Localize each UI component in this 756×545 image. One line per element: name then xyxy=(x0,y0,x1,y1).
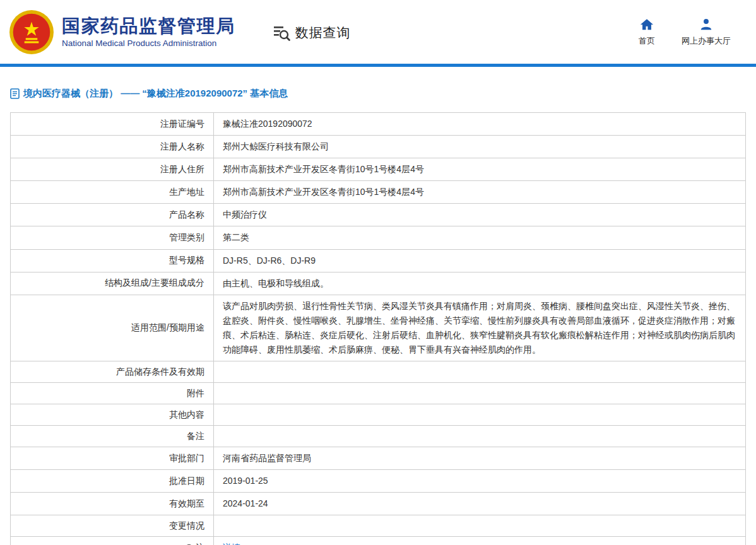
row-label: 变更情况 xyxy=(11,515,214,536)
row-label: 产品名称 xyxy=(11,204,214,226)
row-value: 详情 xyxy=(214,537,745,545)
row-label: 有效期至 xyxy=(11,493,214,515)
table-row: 生产地址郑州市高新技术产业开发区冬青街10号1号楼4层4号 xyxy=(11,180,745,203)
org-title-block: 国家药品监督管理局 National Medical Products Admi… xyxy=(62,16,235,48)
row-label: 备注 xyxy=(11,426,214,447)
row-label: 产品储存条件及有效期 xyxy=(11,361,214,382)
row-label: 适用范围/预期用途 xyxy=(11,295,214,361)
row-value: 豫械注准20192090072 xyxy=(214,113,745,135)
org-name-en: National Medical Products Administration xyxy=(62,38,235,48)
row-value: 河南省药品监督管理局 xyxy=(214,447,745,469)
table-row: 审批部门河南省药品监督管理局 xyxy=(11,447,745,469)
row-label: 审批部门 xyxy=(11,447,214,469)
nav-service-hall[interactable]: 网上办事大厅 xyxy=(682,18,731,47)
national-emblem xyxy=(9,9,54,55)
breadcrumb: 境内医疗器械（注册） —— “豫械注准20192090072” 基本信息 xyxy=(10,88,746,100)
table-row: 备注 xyxy=(11,425,745,447)
table-row: 注册人住所郑州市高新技术产业开发区冬青街10号1号楼4层4号 xyxy=(11,158,745,180)
row-value xyxy=(214,515,745,536)
row-label: 注册人住所 xyxy=(11,158,214,180)
table-row: 其他内容 xyxy=(11,404,745,425)
row-label: 生产地址 xyxy=(11,181,214,203)
header-divider xyxy=(0,64,756,67)
document-search-icon xyxy=(272,23,291,42)
row-value: 郑州市高新技术产业开发区冬青街10号1号楼4层4号 xyxy=(214,158,745,180)
site-header: 国家药品监督管理局 National Medical Products Admi… xyxy=(0,0,756,64)
content: 境内医疗器械（注册） —— “豫械注准20192090072” 基本信息 注册证… xyxy=(0,88,756,545)
row-value: DJ-R5、DJ-R6、DJ-R9 xyxy=(214,250,745,272)
table-row: 结构及组成/主要组成成分由主机、电极和导线组成。 xyxy=(11,272,745,295)
row-value: 中频治疗仪 xyxy=(214,204,745,226)
table-row: 注册人名称郑州大鲸医疗科技有限公司 xyxy=(11,135,745,158)
table-row: 附件 xyxy=(11,382,745,404)
document-icon xyxy=(10,88,20,99)
row-label: 批准日期 xyxy=(11,470,214,492)
nav-home-label: 首页 xyxy=(639,35,655,47)
row-value: 该产品对肌肉劳损、退行性骨性关节病、类风湿关节炎具有镇痛作用；对肩周炎、颈椎病、… xyxy=(214,295,745,361)
table-row: 管理类别第二类 xyxy=(11,226,745,249)
row-value xyxy=(214,383,745,404)
row-value xyxy=(214,361,745,382)
nav-home[interactable]: 首页 xyxy=(639,18,655,47)
table-row: 产品储存条件及有效期 xyxy=(11,361,745,382)
detail-link[interactable]: 详情 xyxy=(223,541,240,545)
row-value: 第二类 xyxy=(214,226,745,249)
row-label: 注册人名称 xyxy=(11,136,214,158)
row-label: 注 xyxy=(11,537,214,545)
table-row: 产品名称中频治疗仪 xyxy=(11,203,745,226)
row-value: 郑州市高新技术产业开发区冬青街10号1号楼4层4号 xyxy=(214,181,745,203)
section-title: 数据查询 xyxy=(295,24,351,42)
row-label: 附件 xyxy=(11,383,214,404)
row-value xyxy=(214,404,745,425)
table-row: 注详情 xyxy=(11,536,745,545)
home-icon xyxy=(640,18,654,32)
table-row: 批准日期2019-01-25 xyxy=(11,469,745,492)
table-row: 型号规格DJ-R5、DJ-R6、DJ-R9 xyxy=(11,249,745,272)
data-query-section: 数据查询 xyxy=(272,23,351,42)
row-label: 型号规格 xyxy=(11,250,214,272)
row-label: 其他内容 xyxy=(11,404,214,425)
row-value: 郑州大鲸医疗科技有限公司 xyxy=(214,136,745,158)
top-nav: 首页 网上办事大厅 xyxy=(639,18,735,47)
user-icon xyxy=(699,18,713,32)
breadcrumb-text: 境内医疗器械（注册） —— “豫械注准20192090072” 基本信息 xyxy=(23,88,288,100)
table-row: 有效期至2024-01-24 xyxy=(11,492,745,515)
org-name-cn: 国家药品监督管理局 xyxy=(62,16,235,37)
row-value: 由主机、电极和导线组成。 xyxy=(214,272,745,295)
row-value xyxy=(214,426,745,447)
nav-service-hall-label: 网上办事大厅 xyxy=(682,35,731,47)
registration-info-table: 注册证编号豫械注准20192090072注册人名称郑州大鲸医疗科技有限公司注册人… xyxy=(10,112,746,545)
row-label: 管理类别 xyxy=(11,226,214,249)
row-label: 注册证编号 xyxy=(11,113,214,135)
row-value: 2019-01-25 xyxy=(214,470,745,492)
row-label: 结构及组成/主要组成成分 xyxy=(11,272,214,295)
table-row: 适用范围/预期用途该产品对肌肉劳损、退行性骨性关节病、类风湿关节炎具有镇痛作用；… xyxy=(11,295,745,361)
table-row: 变更情况 xyxy=(11,515,745,536)
table-row: 注册证编号豫械注准20192090072 xyxy=(11,113,745,135)
row-value: 2024-01-24 xyxy=(214,493,745,515)
